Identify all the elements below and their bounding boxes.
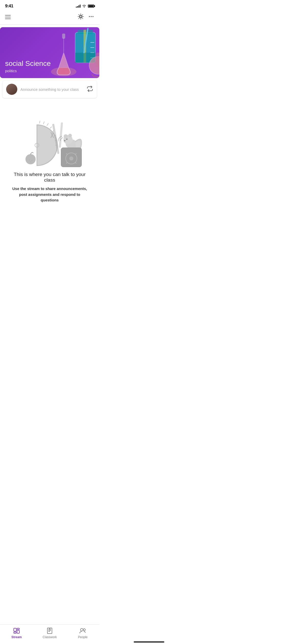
svg-point-43	[66, 138, 67, 140]
svg-line-29	[39, 121, 40, 123]
status-time: 9:41	[5, 4, 13, 9]
svg-point-41	[64, 134, 68, 138]
svg-line-26	[50, 127, 52, 128]
svg-point-42	[68, 134, 72, 137]
svg-line-27	[47, 123, 48, 126]
svg-point-44	[66, 139, 67, 139]
svg-point-33	[31, 160, 32, 161]
svg-point-31	[25, 154, 36, 164]
svg-rect-17	[96, 53, 99, 67]
wifi-icon	[82, 5, 86, 8]
empty-title: This is where you can talk to your class	[8, 172, 92, 183]
status-icons	[76, 5, 94, 8]
svg-point-32	[29, 159, 30, 160]
empty-state: This is where you can talk to your class…	[0, 102, 99, 206]
toolbar-right	[77, 13, 94, 21]
svg-point-34	[30, 161, 31, 162]
settings-icon[interactable]	[77, 13, 84, 21]
menu-icon[interactable]	[5, 15, 11, 19]
svg-point-5	[92, 16, 93, 17]
battery-icon	[88, 5, 94, 8]
svg-point-1	[80, 16, 82, 18]
signal-icon	[76, 5, 80, 8]
class-banner-content: social Science politics	[5, 60, 51, 73]
class-subtitle: politics	[5, 69, 51, 73]
svg-point-45	[64, 140, 65, 141]
svg-point-48	[69, 156, 73, 160]
svg-point-3	[89, 16, 90, 17]
class-title: social Science	[5, 60, 51, 68]
empty-subtitle: Use the stream to share announcements, p…	[8, 186, 92, 203]
svg-line-18	[92, 74, 94, 77]
svg-rect-36	[59, 122, 63, 148]
announce-input[interactable]: Announce something to your class	[20, 87, 84, 92]
avatar	[6, 84, 17, 95]
svg-point-4	[91, 16, 92, 17]
svg-line-28	[43, 122, 44, 124]
toolbar	[0, 11, 99, 25]
svg-point-0	[84, 7, 84, 7]
class-banner: social Science politics	[0, 27, 99, 78]
empty-illustration	[17, 110, 83, 166]
announce-bar[interactable]: Announce something to your class	[3, 81, 97, 98]
repeat-icon[interactable]	[87, 85, 93, 93]
status-bar: 9:41	[0, 0, 99, 11]
svg-rect-7	[62, 34, 65, 39]
more-options-icon[interactable]	[88, 13, 94, 21]
